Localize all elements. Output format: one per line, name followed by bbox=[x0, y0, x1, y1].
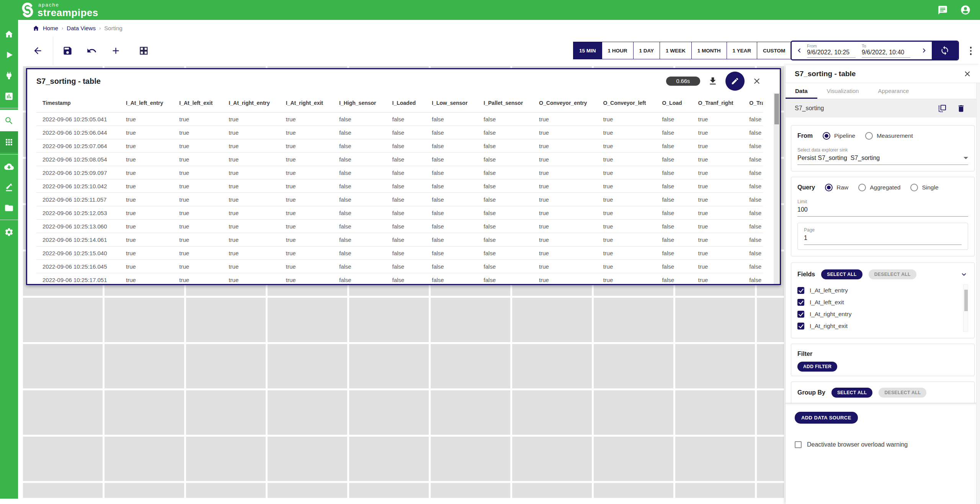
plug-icon bbox=[4, 71, 14, 80]
time-preset-1-hour[interactable]: 1 HOUR bbox=[602, 42, 633, 59]
query-config-box: Query Raw Aggregated Single Limit 100 Pa… bbox=[791, 177, 975, 256]
table-cell: true bbox=[280, 193, 333, 206]
fields-list: I_At_left_entryI_At_left_exitI_At_right_… bbox=[797, 284, 968, 332]
fields-select-all-button[interactable]: SELECT ALL bbox=[821, 269, 862, 279]
page-input[interactable]: 1 bbox=[804, 233, 962, 245]
grid-layout-button[interactable] bbox=[139, 46, 149, 56]
table-cell: false bbox=[426, 206, 477, 220]
add-widget-button[interactable] bbox=[111, 46, 121, 56]
to-value[interactable]: 9/6/2022, 10:40 bbox=[862, 48, 910, 58]
table-cell: true bbox=[173, 220, 222, 233]
add-filter-button[interactable]: ADD FILTER bbox=[797, 362, 837, 372]
table-cell: false bbox=[477, 273, 533, 284]
table-cell: true bbox=[597, 233, 656, 246]
time-preset-1-month[interactable]: 1 MONTH bbox=[691, 42, 727, 59]
pipeline-radio[interactable] bbox=[823, 132, 830, 140]
field-checkbox-i_at_left_exit[interactable] bbox=[797, 299, 804, 306]
table-cell: true bbox=[222, 260, 279, 273]
download-button[interactable] bbox=[708, 76, 718, 86]
sidebar-item-files[interactable] bbox=[0, 197, 18, 218]
single-radio[interactable] bbox=[910, 184, 918, 191]
table-cell: true bbox=[280, 220, 333, 233]
time-preset-1-day[interactable]: 1 DAY bbox=[633, 42, 660, 59]
range-previous-button[interactable] bbox=[792, 46, 807, 55]
table-cell: true bbox=[597, 273, 656, 284]
time-preset-1-week[interactable]: 1 WEEK bbox=[660, 42, 691, 59]
tab-appearance[interactable]: Appearance bbox=[868, 83, 918, 99]
table-cell: false bbox=[477, 260, 533, 273]
column-header: I_High_sensor bbox=[333, 93, 386, 113]
fields-scrollbar-thumb[interactable] bbox=[964, 290, 968, 311]
field-item: I_At_left_exit bbox=[797, 296, 960, 308]
table-cell: true bbox=[597, 166, 656, 179]
limit-input[interactable]: 100 bbox=[797, 204, 968, 217]
table-cell: true bbox=[692, 273, 743, 284]
add-data-source-button[interactable]: ADD DATA SOURCE bbox=[795, 412, 858, 424]
duplicate-icon[interactable] bbox=[938, 104, 947, 113]
breadcrumb-home[interactable]: Home bbox=[43, 25, 58, 31]
delete-icon[interactable] bbox=[957, 104, 965, 113]
time-preset-custom[interactable]: CUSTOM bbox=[757, 42, 791, 59]
close-widget-button[interactable] bbox=[752, 77, 761, 86]
radio-single[interactable]: Single bbox=[910, 184, 938, 191]
table-scrollbar-thumb[interactable] bbox=[774, 94, 779, 124]
table-cell: false bbox=[743, 113, 763, 126]
group-by-deselect-all-button[interactable]: DESELECT ALL bbox=[879, 388, 926, 398]
fields-scrollbar[interactable] bbox=[963, 284, 968, 332]
to-date-field[interactable]: To 9/6/2022, 10:40 bbox=[862, 44, 910, 58]
aggregated-radio[interactable] bbox=[858, 184, 866, 191]
sidebar-item-configuration[interactable] bbox=[0, 222, 18, 242]
query-section-label: Query bbox=[797, 184, 815, 191]
field-checkbox-i_at_right_exit[interactable] bbox=[797, 323, 804, 329]
radio-measurement[interactable]: Measurement bbox=[865, 132, 913, 140]
table-cell: true bbox=[120, 126, 173, 139]
back-button[interactable] bbox=[33, 46, 43, 56]
table-scrollbar[interactable] bbox=[774, 93, 780, 284]
measurement-radio[interactable] bbox=[865, 132, 873, 140]
radio-raw[interactable]: Raw bbox=[825, 184, 848, 191]
table-cell: false bbox=[743, 260, 763, 273]
sidebar-item-data-explorer[interactable] bbox=[0, 110, 18, 131]
group-by-select-all-button[interactable]: SELECT ALL bbox=[831, 388, 873, 398]
refresh-button[interactable] bbox=[932, 41, 958, 60]
table-cell: false bbox=[426, 246, 477, 260]
close-panel-button[interactable] bbox=[963, 70, 972, 78]
sidebar-item-dashboard[interactable] bbox=[0, 86, 18, 106]
tab-data[interactable]: Data bbox=[786, 83, 817, 99]
from-date-field[interactable]: From 9/6/2022, 10:25 bbox=[807, 44, 856, 58]
notifications-chat-icon[interactable] bbox=[938, 5, 948, 15]
panel-scrollbar[interactable] bbox=[976, 83, 980, 504]
field-checkbox-i_at_left_entry[interactable] bbox=[797, 287, 804, 294]
edit-widget-button[interactable] bbox=[725, 72, 745, 91]
time-preset-15-min[interactable]: 15 MIN bbox=[573, 42, 602, 59]
table-cell: false bbox=[743, 139, 763, 153]
from-value[interactable]: 9/6/2022, 10:25 bbox=[807, 48, 856, 58]
sink-select[interactable]: Persist S7_sorting S7_sorting bbox=[797, 153, 968, 165]
radio-pipeline[interactable]: Pipeline bbox=[823, 132, 855, 140]
account-icon[interactable] bbox=[960, 5, 971, 15]
sink-select-label: Select data explorer sink bbox=[797, 147, 968, 153]
data-table-container: TimestampI_At_left_entryI_At_left_exitI_… bbox=[36, 93, 763, 284]
undo-button[interactable] bbox=[87, 46, 97, 56]
range-next-button[interactable] bbox=[916, 46, 932, 55]
radio-aggregated[interactable]: Aggregated bbox=[858, 184, 900, 191]
breadcrumb-data-views[interactable]: Data Views bbox=[67, 25, 96, 31]
raw-radio[interactable] bbox=[825, 184, 833, 191]
sidebar-item-install[interactable] bbox=[0, 156, 18, 177]
field-checkbox-i_at_right_entry[interactable] bbox=[797, 311, 804, 318]
time-preset-1-year[interactable]: 1 YEAR bbox=[727, 42, 757, 59]
table-cell: false bbox=[656, 233, 692, 246]
sidebar-item-pipelines[interactable] bbox=[0, 44, 18, 65]
save-button[interactable] bbox=[62, 46, 73, 56]
sidebar-item-asset-management[interactable] bbox=[0, 177, 18, 197]
tab-visualization[interactable]: Visualization bbox=[817, 83, 869, 99]
more-options-button[interactable] bbox=[967, 45, 975, 57]
sidebar-item-apps[interactable] bbox=[0, 131, 18, 153]
fields-collapse-button[interactable] bbox=[960, 270, 968, 279]
sidebar-item-home[interactable] bbox=[0, 24, 18, 44]
fields-deselect-all-button[interactable]: DESELECT ALL bbox=[869, 269, 916, 279]
breadcrumb-home-icon bbox=[33, 25, 39, 32]
sidebar-item-connect[interactable] bbox=[0, 65, 18, 86]
overload-warning-checkbox[interactable] bbox=[795, 441, 802, 448]
table-row: 2022-09-06 10:25:14.061truetruetruetruef… bbox=[36, 233, 763, 246]
